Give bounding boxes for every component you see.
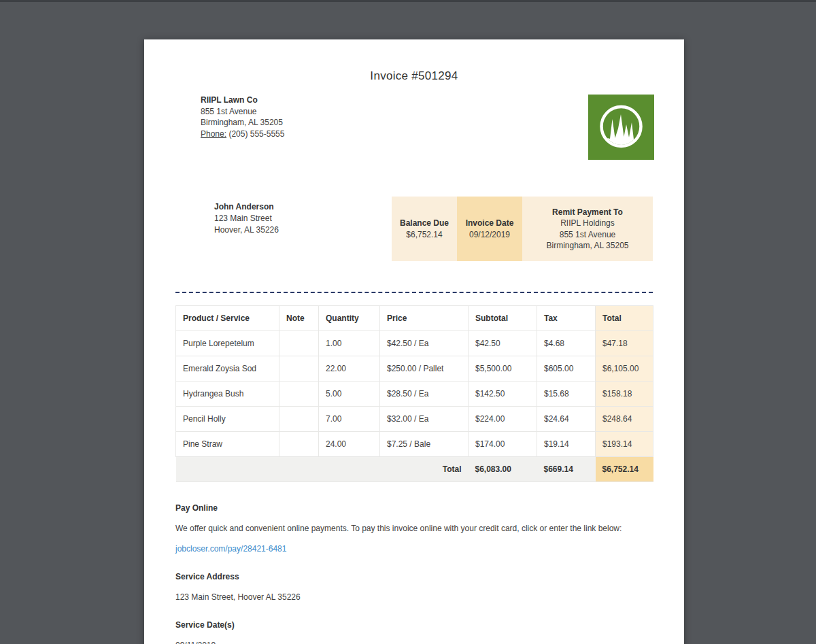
balance-due-label: Balance Due [400,218,449,229]
col-header-note: Note [279,306,319,331]
cell-quantity: 1.00 [319,331,380,356]
invoice-date-label: Invoice Date [466,218,514,229]
cell-subtotal: $174.00 [469,432,537,457]
customer-address-line1: 123 Main Street [214,213,279,224]
cell-quantity: 7.00 [319,407,380,432]
company-logo grass-icon [588,95,654,160]
service-address-section: Service Address 123 Main Street, Hoover … [175,572,653,602]
remit-line3: Birmingham, AL 35205 [547,240,629,252]
cell-price: $250.00 / Pallet [380,356,469,382]
phone-label: Phone: [201,129,226,139]
cell-subtotal: $142.50 [469,382,537,407]
table-header-row: Product / Service Note Quantity Price Su… [176,306,653,331]
service-address-value: 123 Main Street, Hoover AL 35226 [175,592,653,602]
cell-total: $193.14 [596,432,653,457]
cell-subtotal: $224.00 [469,407,537,432]
invoice-page: Invoice #501294 RIIPL Lawn Co 855 1st Av… [144,39,684,644]
cell-quantity: 24.00 [319,432,380,457]
cell-product: Emerald Zoysia Sod [176,356,279,382]
cell-price: $28.50 / Ea [380,382,469,407]
cell-note [279,407,319,432]
window-top-edge [0,0,816,2]
cell-subtotal: $5,500.00 [469,356,537,382]
cell-tax: $605.00 [537,356,596,382]
table-total-row: Total $6,083.00 $669.14 $6,752.14 [176,457,653,482]
cell-product: Purple Lorepetelum [176,331,279,356]
company-name: RIIPL Lawn Co [201,95,284,106]
billing-section: John Anderson 123 Main Street Hoover, AL… [144,197,684,261]
cell-product: Pine Straw [176,432,279,457]
balance-due-box: Balance Due $6,752.14 [392,197,457,261]
invoice-header: RIIPL Lawn Co 855 1st Avenue Birmingham,… [144,95,684,160]
cell-note [279,356,319,382]
invoice-date-box: Invoice Date 09/12/2019 [457,197,522,261]
company-phone-line: Phone: (205) 555-5555 [201,129,284,140]
col-header-total: Total [596,306,653,331]
cell-tax: $15.68 [537,382,596,407]
col-header-price: Price [380,306,469,331]
cell-price: $42.50 / Ea [380,331,469,356]
balance-due-value: $6,752.14 [406,229,442,241]
cell-product: Pencil Holly [176,407,279,432]
invoice-title: Invoice #501294 [144,69,684,83]
cell-price: $7.25 / Bale [380,432,469,457]
service-dates-section: Service Date(s) 09/11/2019 [175,620,653,644]
phone-value: (205) 555-5555 [228,129,284,139]
customer-name: John Anderson [214,201,279,213]
remit-line1: RIIPL Holdings [560,218,615,229]
service-dates-value: 09/11/2019 [175,641,653,644]
pay-online-section: Pay Online We offer quick and convenient… [175,503,653,554]
cell-total: $6,105.00 [596,356,653,382]
total-row-label: Total [176,457,469,482]
table-row: Emerald Zoysia Sod 22.00 $250.00 / Palle… [176,356,653,382]
remit-label: Remit Payment To [552,207,623,218]
customer-address-line2: Hoover, AL 35226 [214,224,279,236]
cell-note [279,331,319,356]
cell-price: $32.00 / Ea [380,407,469,432]
remit-line2: 855 1st Avenue [560,229,616,241]
pay-online-description: We offer quick and convenient online pay… [175,524,653,533]
service-dates-heading: Service Date(s) [175,620,653,630]
remit-payment-box: Remit Payment To RIIPL Holdings 855 1st … [522,197,653,261]
cell-note [279,382,319,407]
service-address-heading: Service Address [175,572,653,581]
company-address-block: RIIPL Lawn Co 855 1st Avenue Birmingham,… [201,95,284,139]
invoice-summary-boxes: Balance Due $6,752.14 Invoice Date 09/12… [392,197,653,261]
total-row-total: $6,752.14 [596,457,653,482]
pay-online-link[interactable]: jobcloser.com/pay/28421-6481 [175,544,286,554]
cell-product: Hydrangea Bush [176,382,279,407]
cell-tax: $24.64 [537,407,596,432]
cell-total: $158.18 [596,382,653,407]
col-header-product: Product / Service [176,306,279,331]
pay-online-heading: Pay Online [175,503,653,513]
dotted-divider [175,292,653,293]
col-header-subtotal: Subtotal [469,306,537,331]
total-row-tax: $669.14 [537,457,596,482]
cell-tax: $4.68 [537,331,596,356]
cell-total: $47.18 [596,331,653,356]
table-row: Purple Lorepetelum 1.00 $42.50 / Ea $42.… [176,331,653,356]
cell-subtotal: $42.50 [469,331,537,356]
table-row: Hydrangea Bush 5.00 $28.50 / Ea $142.50 … [176,382,653,407]
cell-tax: $19.14 [537,432,596,457]
company-address-line1: 855 1st Avenue [201,106,284,118]
total-row-subtotal: $6,083.00 [469,457,537,482]
line-items-table: Product / Service Note Quantity Price Su… [175,305,653,482]
table-row: Pine Straw 24.00 $7.25 / Bale $174.00 $1… [176,432,653,457]
cell-total: $248.64 [596,407,653,432]
company-address-line2: Birmingham, AL 35205 [201,117,284,129]
cell-note [279,432,319,457]
col-header-tax: Tax [537,306,596,331]
cell-quantity: 5.00 [319,382,380,407]
col-header-quantity: Quantity [319,306,380,331]
bill-to-block: John Anderson 123 Main Street Hoover, AL… [214,197,279,236]
cell-quantity: 22.00 [319,356,380,382]
invoice-date-value: 09/12/2019 [469,229,510,241]
table-row: Pencil Holly 7.00 $32.00 / Ea $224.00 $2… [176,407,653,432]
